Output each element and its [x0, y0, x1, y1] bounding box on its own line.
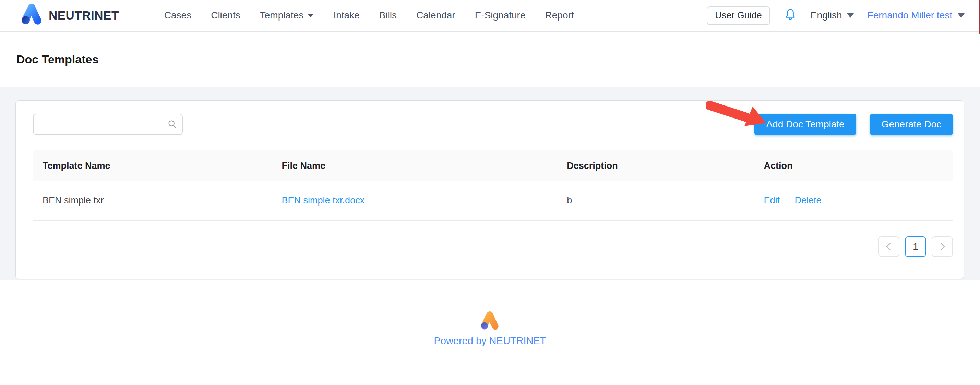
scrollbar-artifact [978, 0, 980, 33]
chevron-left-icon [886, 242, 894, 250]
footer: Powered by NEUTRINET [0, 280, 980, 347]
nav-item-esignature[interactable]: E-Signature [475, 10, 526, 21]
edit-link[interactable]: Edit [764, 195, 780, 206]
main-nav: Cases Clients Templates Intake Bills Cal… [164, 10, 574, 21]
chevron-down-icon [958, 13, 964, 18]
header-file-name: File Name [272, 151, 558, 181]
nav-label: Templates [260, 10, 304, 21]
pagination-next-button[interactable] [932, 236, 953, 257]
nav-label: Clients [211, 10, 240, 21]
user-menu[interactable]: Fernando Miller test [867, 10, 964, 21]
add-doc-template-button[interactable]: Add Doc Template [754, 114, 856, 135]
cell-actions: Edit Delete [754, 181, 953, 220]
nav-label: Cases [164, 10, 191, 21]
doc-templates-card: Add Doc Template Generate Doc Template N… [16, 100, 964, 279]
nav-item-intake[interactable]: Intake [333, 10, 360, 21]
nav-item-clients[interactable]: Clients [211, 10, 240, 21]
cell-description: b [557, 181, 754, 220]
header-template-name: Template Name [33, 151, 272, 181]
navbar-right: User Guide English Fernando Miller test [707, 6, 964, 25]
header-action: Action [754, 151, 953, 181]
doc-templates-table: Template Name File Name Description Acti… [33, 151, 953, 220]
page-header: Doc Templates [0, 32, 980, 87]
card-toolbar: Add Doc Template Generate Doc [33, 114, 953, 135]
search-box [33, 114, 183, 135]
powered-by-link[interactable]: Powered by NEUTRINET [434, 335, 546, 347]
user-guide-button[interactable]: User Guide [707, 6, 770, 25]
file-name-link[interactable]: BEN simple txr.docx [282, 195, 365, 206]
neutrinet-logo-icon [21, 3, 43, 28]
language-selector[interactable]: English [811, 10, 854, 21]
table-header-row: Template Name File Name Description Acti… [33, 151, 953, 181]
brand-logo[interactable]: NEUTRINET [21, 3, 119, 28]
cell-template-name: BEN simple txr [33, 181, 272, 220]
pagination-page-1[interactable]: 1 [905, 236, 926, 257]
top-navbar: NEUTRINET Cases Clients Templates Intake… [0, 0, 980, 32]
nav-label: Report [545, 10, 574, 21]
search-input[interactable] [33, 114, 183, 135]
nav-label: E-Signature [475, 10, 526, 21]
content-section: Add Doc Template Generate Doc Template N… [0, 87, 980, 280]
nav-label: Bills [379, 10, 397, 21]
language-label: English [811, 10, 842, 21]
user-name: Fernando Miller test [867, 10, 952, 21]
table-row: BEN simple txr BEN simple txr.docx b Edi… [33, 181, 953, 220]
notification-bell-icon[interactable] [784, 8, 797, 23]
page-number: 1 [913, 241, 918, 252]
pagination-prev-button[interactable] [878, 236, 899, 257]
nav-label: Calendar [416, 10, 455, 21]
header-description: Description [557, 151, 754, 181]
pagination: 1 [33, 236, 953, 257]
cell-file-name: BEN simple txr.docx [272, 181, 558, 220]
search-icon[interactable] [167, 119, 177, 130]
chevron-right-icon [937, 242, 945, 250]
chevron-down-icon [847, 13, 854, 18]
delete-link[interactable]: Delete [795, 195, 822, 206]
brand-name: NEUTRINET [49, 9, 119, 22]
page-title: Doc Templates [16, 53, 99, 66]
nav-label: Intake [333, 10, 360, 21]
footer-logo-icon [480, 311, 500, 333]
nav-item-templates[interactable]: Templates [260, 10, 314, 21]
nav-item-calendar[interactable]: Calendar [416, 10, 455, 21]
generate-doc-button[interactable]: Generate Doc [870, 114, 953, 135]
nav-item-report[interactable]: Report [545, 10, 574, 21]
nav-item-cases[interactable]: Cases [164, 10, 191, 21]
chevron-down-icon [307, 14, 314, 17]
nav-item-bills[interactable]: Bills [379, 10, 397, 21]
